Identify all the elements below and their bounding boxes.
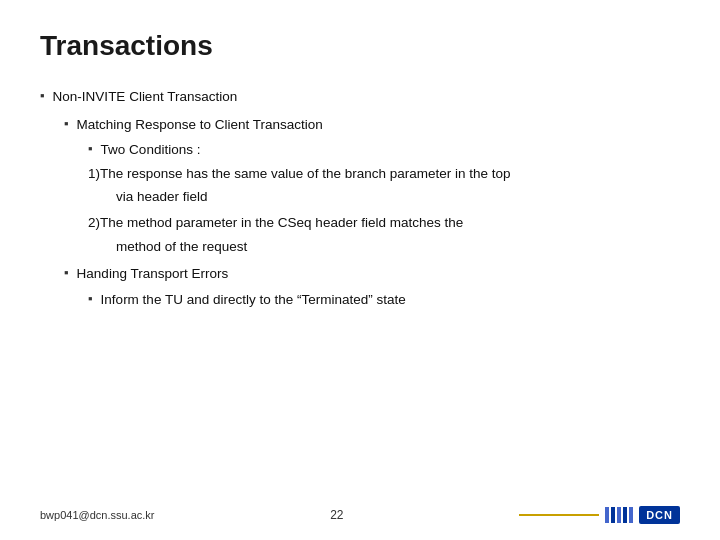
numbered-item-2: 2)The method parameter in the CSeq heade… xyxy=(88,212,680,234)
level2-label: Matching Response to Client Transaction xyxy=(77,114,323,136)
stripe xyxy=(611,507,615,523)
stripe xyxy=(605,507,609,523)
level2-transport-label: Handing Transport Errors xyxy=(77,263,229,285)
slide-title: Transactions xyxy=(40,30,680,62)
bullet-icon: ▪ xyxy=(88,289,93,310)
footer-line xyxy=(519,514,599,516)
footer: bwp041@dcn.ssu.ac.kr 22 DCN xyxy=(0,506,720,524)
numbered-item-1-continuation: via header field xyxy=(116,186,680,208)
numbered-item-2-continuation: method of the request xyxy=(116,236,680,258)
list-item: ▪ Matching Response to Client Transactio… xyxy=(64,114,680,136)
numbered-item-1: 1)The response has the same value of the… xyxy=(88,163,680,185)
dcn-stripes xyxy=(605,507,633,523)
list-item: ▪ Non-INVITE Client Transaction xyxy=(40,86,680,108)
two-conditions-label: Two Conditions : xyxy=(101,139,201,161)
dcn-badge: DCN xyxy=(639,506,680,524)
inform-tu-label: Inform the TU and directly to the “Termi… xyxy=(101,289,406,311)
list-item: ▪ Inform the TU and directly to the “Ter… xyxy=(88,289,680,311)
stripe xyxy=(629,507,633,523)
footer-page-number: 22 xyxy=(155,508,520,522)
footer-email: bwp041@dcn.ssu.ac.kr xyxy=(40,509,155,521)
bullet-icon: ▪ xyxy=(64,263,69,284)
bullet-icon: ▪ xyxy=(88,139,93,160)
list-item: ▪ Handing Transport Errors xyxy=(64,263,680,285)
numbered-item-1-text: 1)The response has the same value of the… xyxy=(88,166,511,181)
list-item: ▪ Two Conditions : xyxy=(88,139,680,161)
level1-label: Non-INVITE Client Transaction xyxy=(53,86,238,108)
content-area: ▪ Non-INVITE Client Transaction ▪ Matchi… xyxy=(40,86,680,310)
slide: Transactions ▪ Non-INVITE Client Transac… xyxy=(0,0,720,540)
stripe xyxy=(617,507,621,523)
footer-brand: DCN xyxy=(519,506,680,524)
bullet-icon: ▪ xyxy=(40,86,45,107)
stripe xyxy=(623,507,627,523)
numbered-item-2-text: 2)The method parameter in the CSeq heade… xyxy=(88,215,463,230)
bullet-icon: ▪ xyxy=(64,114,69,135)
